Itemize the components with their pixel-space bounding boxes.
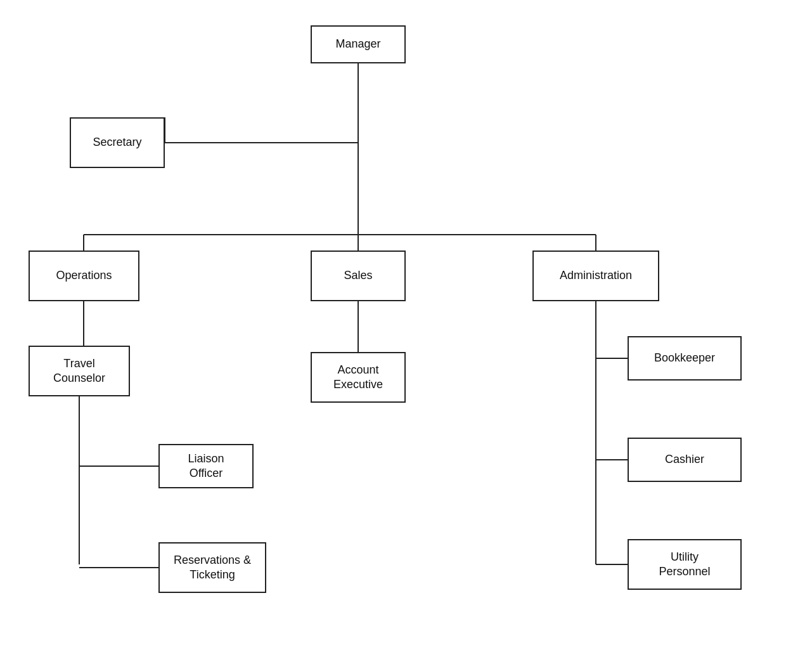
node-liaison-officer: Liaison Officer <box>158 444 254 488</box>
node-secretary: Secretary <box>70 117 165 168</box>
node-administration: Administration <box>532 251 659 301</box>
node-sales: Sales <box>311 251 406 301</box>
node-utility-personnel: Utility Personnel <box>628 539 742 590</box>
node-manager: Manager <box>311 25 406 63</box>
org-chart: Manager Secretary Operations Sales Admin… <box>0 0 812 664</box>
node-operations: Operations <box>29 251 139 301</box>
node-account-executive: Account Executive <box>311 352 406 403</box>
node-cashier: Cashier <box>628 438 742 482</box>
node-bookkeeper: Bookkeeper <box>628 336 742 381</box>
node-travel-counselor: Travel Counselor <box>29 346 130 396</box>
node-reservations-ticketing: Reservations & Ticketing <box>158 542 266 593</box>
